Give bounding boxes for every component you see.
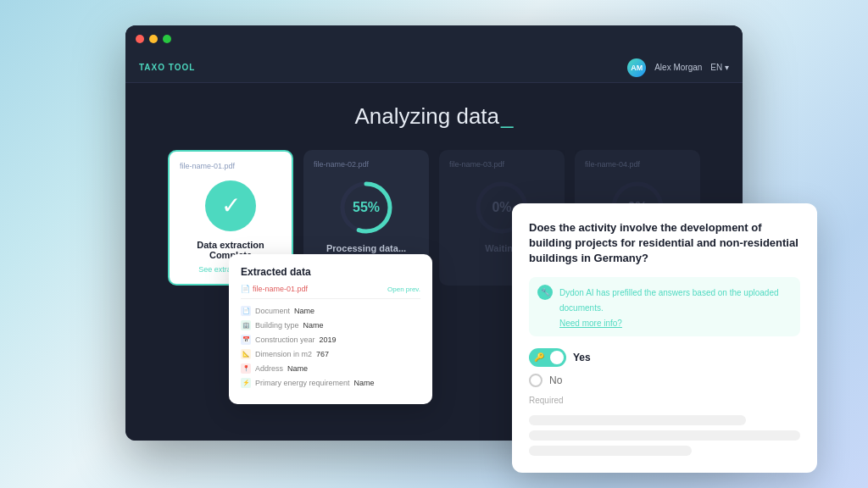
no-radio[interactable] [529,374,542,387]
extracted-filename: 📄 file-name-01.pdf [241,285,308,293]
skeleton-3 [529,446,692,456]
extracted-panel-title: Extracted data [241,266,420,278]
question-modal: Does the activity involve the developmen… [512,203,817,473]
maximize-dot[interactable] [163,35,171,43]
document-icon: 📄 [241,306,251,316]
ai-link[interactable]: Need more info? [559,319,622,328]
page-title: Analyzing data_ [354,103,513,130]
data-row-address: 📍 Address Name [241,363,420,374]
data-row-dimension: 📐 Dimension in m2 767 [241,349,420,359]
option-yes: 🔑 Yes [529,348,800,367]
card2-filename: file-name-02.pdf [314,160,369,169]
required-text: Required [529,396,800,405]
data-row-building: 🏢 Building type Name [241,320,420,330]
data-row-document: 📄 Document Name [241,306,420,316]
key-icon: 🔑 [534,352,544,362]
location-icon: 📍 [241,363,251,374]
option-no[interactable]: No [529,374,800,387]
skeleton-1 [529,415,746,425]
card1-filename: file-name-01.pdf [180,162,235,170]
building-icon: 🏢 [241,320,251,330]
skeleton-rows [529,415,800,456]
data-row-energy: ⚡ Primary energy requirement Name [241,378,420,388]
progress-percent-2: 55% [353,200,380,215]
progress-circle-2: 55% [337,179,395,236]
question-text: Does the activity involve the developmen… [529,220,800,267]
card3-filename: file-name-03.pdf [449,160,504,169]
browser-toolbar: TAXO TOOL AM Alex Morgan EN ▾ [125,53,743,83]
lang-badge: EN ▾ [710,63,729,72]
energy-icon: ⚡ [241,378,251,388]
no-label: No [549,374,562,386]
card4-filename: file-name-04.pdf [585,160,640,169]
yes-label: Yes [573,352,591,363]
browser-titlebar [125,25,743,53]
minimize-dot[interactable] [149,35,158,43]
open-preview-link[interactable]: Open prev. [387,286,420,293]
skeleton-2 [529,430,800,441]
progress-percent-3: 0% [492,200,511,215]
close-dot[interactable] [136,35,144,43]
ai-notice: 🔧 Dydon AI has prefilled the answers bas… [529,277,800,336]
extracted-file-row: 📄 file-name-01.pdf Open prev. [241,285,420,299]
yes-toggle[interactable]: 🔑 [529,348,566,367]
dimension-icon: 📐 [241,349,251,359]
data-row-year: 📅 Construction year 2019 [241,335,420,345]
card2-status: Processing data... [326,243,406,253]
toggle-knob [550,351,564,364]
toolbar-right: AM Alex Morgan EN ▾ [627,58,729,77]
user-name: Alex Morgan [654,63,702,72]
check-icon: ✓ [221,194,241,218]
complete-icon-circle: ✓ [205,180,256,231]
user-avatar: AM [627,58,646,77]
ai-notice-text: Dydon AI has prefilled the answers based… [559,288,779,313]
options-group: 🔑 Yes No [529,348,800,387]
extracted-panel: Extracted data 📄 file-name-01.pdf Open p… [229,254,432,404]
calendar-icon: 📅 [241,335,251,345]
ai-icon: 🔧 [537,285,553,300]
app-logo: TAXO TOOL [139,63,195,72]
